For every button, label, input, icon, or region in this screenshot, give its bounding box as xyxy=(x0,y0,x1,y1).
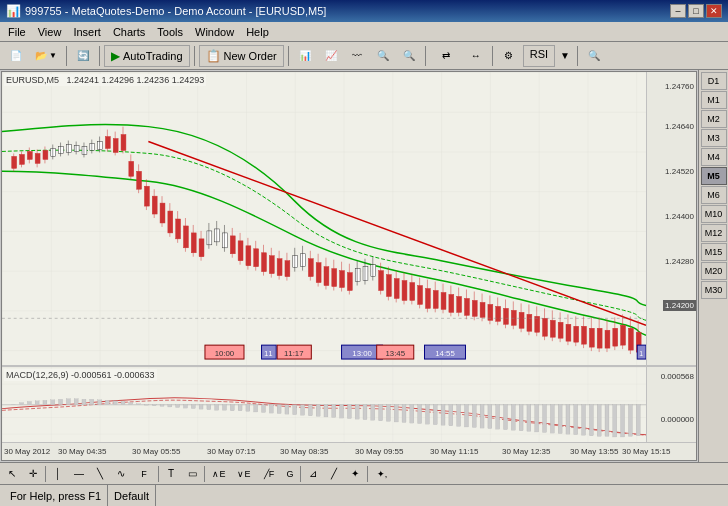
chart-candle-btn[interactable]: 📈 xyxy=(319,45,343,67)
zoom-in-btn[interactable]: 🔍 xyxy=(371,45,395,67)
tf-m6[interactable]: M6 xyxy=(701,186,727,204)
menu-window[interactable]: Window xyxy=(189,24,240,40)
rsi-button[interactable]: RSI xyxy=(523,45,555,67)
maximize-button[interactable]: □ xyxy=(688,4,704,18)
draw-arc-down[interactable]: ∨E xyxy=(232,465,256,483)
tf-m12[interactable]: M12 xyxy=(701,224,727,242)
svg-rect-258 xyxy=(613,405,617,437)
draw-fib-fan[interactable]: ╱F xyxy=(257,465,281,483)
svg-rect-30 xyxy=(121,135,126,151)
toolbar-dropdown-btn[interactable]: ▼ xyxy=(557,45,573,67)
search-btn[interactable]: 🔍 xyxy=(582,45,606,67)
svg-rect-193 xyxy=(105,400,109,404)
svg-rect-257 xyxy=(605,405,609,437)
tf-d1[interactable]: D1 xyxy=(701,72,727,90)
minimize-button[interactable]: – xyxy=(670,4,686,18)
svg-rect-60 xyxy=(238,241,243,261)
svg-rect-108 xyxy=(425,289,430,309)
macd-top-label: 0.000568 xyxy=(661,372,694,381)
draw-vertical[interactable]: │ xyxy=(48,465,68,483)
draw-rect[interactable]: ▭ xyxy=(182,465,202,483)
draw-text[interactable]: T xyxy=(161,465,181,483)
draw-horizontal[interactable]: — xyxy=(69,465,89,483)
svg-rect-92 xyxy=(363,267,368,281)
svg-rect-56 xyxy=(223,233,228,248)
svg-rect-124 xyxy=(488,304,493,320)
macd-chart[interactable]: MACD(12,26,9) -0.000561 -0.000633 xyxy=(2,367,696,442)
svg-rect-50 xyxy=(199,239,204,257)
svg-rect-210 xyxy=(238,405,242,411)
svg-rect-38 xyxy=(152,196,157,214)
svg-rect-249 xyxy=(543,405,547,433)
window-controls: – □ ✕ xyxy=(670,4,722,18)
neworder-button[interactable]: 📋 New Order xyxy=(199,45,284,67)
menu-tools[interactable]: Tools xyxy=(151,24,189,40)
tf-m5[interactable]: M5 xyxy=(701,167,727,185)
draw-trendline[interactable]: ∿ xyxy=(111,465,131,483)
scroll-btn[interactable]: ⇄ xyxy=(430,45,462,67)
draw-star[interactable]: ✦ xyxy=(345,465,365,483)
menu-view[interactable]: View xyxy=(32,24,68,40)
draw-more[interactable]: ✦, xyxy=(370,465,394,483)
main-area: EURUSD,M5 1.24241 1.24296 1.24236 1.2429… xyxy=(0,70,728,462)
tf-m2[interactable]: M2 xyxy=(701,110,727,128)
svg-rect-183 xyxy=(27,401,31,404)
draw-channel[interactable]: ╱ xyxy=(324,465,344,483)
tf-m15[interactable]: M15 xyxy=(701,243,727,261)
zoom-out-btn[interactable]: 🔍 xyxy=(397,45,421,67)
menu-charts[interactable]: Charts xyxy=(107,24,151,40)
tf-m4[interactable]: M4 xyxy=(701,148,727,166)
svg-rect-116 xyxy=(457,296,462,312)
draw-gann-fan[interactable]: G xyxy=(282,465,298,483)
toolbar-new-btn[interactable]: 📄 xyxy=(4,45,28,67)
settings-btn[interactable]: ⚙ xyxy=(497,45,521,67)
menu-help[interactable]: Help xyxy=(240,24,275,40)
svg-rect-237 xyxy=(449,405,453,426)
svg-rect-230 xyxy=(394,405,398,422)
svg-rect-146 xyxy=(574,326,579,342)
draw-select[interactable]: ↖ xyxy=(2,465,22,483)
status-bar: For Help, press F1 Default xyxy=(0,484,728,506)
chart-container[interactable]: EURUSD,M5 1.24241 1.24296 1.24236 1.2429… xyxy=(1,71,697,461)
draw-fibonacci[interactable]: F xyxy=(132,465,156,483)
svg-rect-213 xyxy=(262,405,266,413)
svg-rect-209 xyxy=(230,405,234,411)
close-button[interactable]: ✕ xyxy=(706,4,722,18)
menu-file[interactable]: File xyxy=(2,24,32,40)
svg-rect-144 xyxy=(566,324,571,341)
price-chart-svg: 10:00 11 11:17 13:00 13:45 14:55 1 xyxy=(2,72,646,365)
autotrading-label: AutoTrading xyxy=(123,50,183,62)
draw-arc-up[interactable]: ∧E xyxy=(207,465,231,483)
menu-insert[interactable]: Insert xyxy=(67,24,107,40)
svg-rect-215 xyxy=(277,405,281,414)
draw-crosshair[interactable]: ✛ xyxy=(23,465,43,483)
chart-prop-btn[interactable]: ↔ xyxy=(464,45,488,67)
svg-rect-16 xyxy=(66,145,71,153)
svg-rect-120 xyxy=(472,300,477,316)
macd-mid-label: 0.000000 xyxy=(661,415,694,424)
svg-rect-42 xyxy=(168,211,173,233)
draw-diagonal[interactable]: ╲ xyxy=(90,465,110,483)
chart-bar-btn[interactable]: 📊 xyxy=(293,45,317,67)
svg-rect-208 xyxy=(223,405,227,411)
chart-line-btn[interactable]: 〰 xyxy=(345,45,369,67)
tf-m1[interactable]: M1 xyxy=(701,91,727,109)
toolbar-refresh-btn[interactable]: 🔄 xyxy=(71,45,95,67)
svg-rect-22 xyxy=(90,144,95,151)
draw-triangle[interactable]: ⊿ xyxy=(303,465,323,483)
tf-m10[interactable]: M10 xyxy=(701,205,727,223)
svg-rect-66 xyxy=(262,253,267,272)
toolbar-open-btn[interactable]: 📂▼ xyxy=(30,45,62,67)
tf-m30[interactable]: M30 xyxy=(701,281,727,299)
svg-rect-188 xyxy=(66,399,70,405)
tf-m20[interactable]: M20 xyxy=(701,262,727,280)
svg-rect-253 xyxy=(574,405,578,435)
chart-symbol: EURUSD,M5 xyxy=(6,75,64,85)
tf-m3[interactable]: M3 xyxy=(701,129,727,147)
svg-text:10:00: 10:00 xyxy=(215,349,235,358)
svg-rect-130 xyxy=(511,310,516,325)
price-chart[interactable]: EURUSD,M5 1.24241 1.24296 1.24236 1.2429… xyxy=(2,72,696,367)
svg-rect-221 xyxy=(324,405,328,417)
autotrading-button[interactable]: ▶ AutoTrading xyxy=(104,45,190,67)
current-price-tag: 1.24200 xyxy=(663,300,696,311)
